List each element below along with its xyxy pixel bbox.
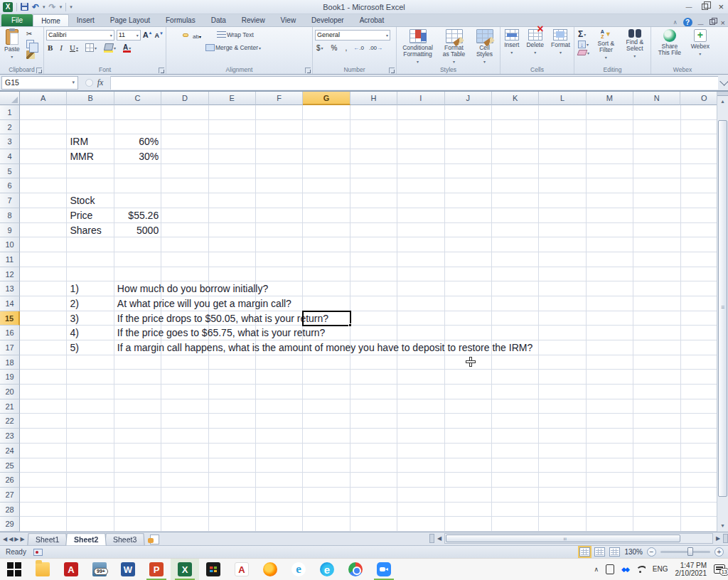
cell-area[interactable]: IRM60%MMR30%StockPrice$55.26Shares50001)… xyxy=(20,105,717,532)
sheet-tab-sheet1[interactable]: Sheet1 xyxy=(27,533,68,545)
language-indicator[interactable]: ENG xyxy=(653,565,668,573)
row-header-22[interactable]: 22 xyxy=(0,414,20,429)
sheet-tab-sheet3[interactable]: Sheet3 xyxy=(105,533,146,545)
copy-button[interactable]: ▾ xyxy=(25,40,38,48)
column-header-E[interactable]: E xyxy=(209,92,256,105)
ribbon-tab-insert[interactable]: Insert xyxy=(69,14,102,26)
row-header-3[interactable]: 3 xyxy=(0,134,20,149)
italic-button[interactable]: I xyxy=(58,43,64,52)
sort-filter-button[interactable]: AZ▼ Sort & Filter▾ xyxy=(594,28,619,65)
cell-B13[interactable]: 1) xyxy=(70,281,78,296)
minimize-ribbon-icon[interactable]: ∧ xyxy=(673,19,678,26)
column-header-J[interactable]: J xyxy=(445,92,492,105)
row-header-28[interactable]: 28 xyxy=(0,503,20,517)
decrease-decimal-button[interactable]: .00→ xyxy=(369,45,382,51)
cell-B3[interactable]: IRM xyxy=(70,134,88,149)
workbook-restore-icon[interactable] xyxy=(710,19,715,25)
row-header-4[interactable]: 4 xyxy=(0,149,20,164)
webex-button[interactable]: + Webex▾ xyxy=(689,28,712,65)
cell-C13[interactable]: How much do you borrow initially? xyxy=(117,281,268,296)
cell-B4[interactable]: MMR xyxy=(70,149,93,164)
page-break-view-icon[interactable] xyxy=(609,547,620,557)
clipboard-dialog-launcher[interactable] xyxy=(36,68,42,73)
align-center-button[interactable] xyxy=(176,46,181,50)
row-header-14[interactable]: 14 xyxy=(0,296,20,311)
format-as-table-button[interactable]: Format as Table▾ xyxy=(439,28,469,66)
row-header-12[interactable]: 12 xyxy=(0,267,20,282)
find-select-button[interactable]: Find & Select▾ xyxy=(621,28,648,65)
font-name-combo[interactable]: Calibri▾ xyxy=(46,30,114,41)
ribbon-tab-page-layout[interactable]: Page Layout xyxy=(102,14,158,26)
number-dialog-launcher[interactable] xyxy=(389,68,395,73)
macro-record-icon[interactable] xyxy=(33,549,43,556)
cell-B14[interactable]: 2) xyxy=(70,296,78,311)
cell-B8[interactable]: Price xyxy=(70,208,92,223)
cell-B15[interactable]: 3) xyxy=(70,311,78,326)
normal-view-icon[interactable] xyxy=(579,547,590,557)
ribbon-tab-formulas[interactable]: Formulas xyxy=(158,14,203,26)
row-header-7[interactable]: 7 xyxy=(0,193,20,208)
row-header-9[interactable]: 9 xyxy=(0,223,20,238)
insert-worksheet-icon[interactable] xyxy=(147,534,163,544)
zoom-slider[interactable] xyxy=(660,551,710,553)
align-bottom-button[interactable] xyxy=(183,33,188,37)
taskbar-internet-explorer-button[interactable]: e xyxy=(284,559,313,580)
comma-style-button[interactable]: , xyxy=(343,44,348,52)
sheet-tab-sheet2[interactable]: Sheet2 xyxy=(65,533,107,545)
font-dialog-launcher[interactable] xyxy=(159,68,164,73)
expand-formula-bar-icon[interactable] xyxy=(719,77,728,86)
column-header-G[interactable]: G xyxy=(303,92,350,105)
increase-font-icon[interactable]: A▲ xyxy=(143,31,153,39)
alignment-dialog-launcher[interactable] xyxy=(305,68,311,73)
row-header-13[interactable]: 13 xyxy=(0,281,20,296)
column-header-K[interactable]: K xyxy=(492,92,539,105)
row-header-11[interactable]: 11 xyxy=(0,252,20,267)
percent-style-button[interactable]: % xyxy=(330,44,339,52)
wifi-icon[interactable] xyxy=(636,566,646,573)
fill-handle[interactable] xyxy=(348,323,352,327)
paste-button[interactable]: Paste ▾ xyxy=(2,28,22,61)
format-cells-button[interactable]: Format▾ xyxy=(549,28,572,65)
taskbar-store-button[interactable] xyxy=(199,559,228,580)
row-header-18[interactable]: 18 xyxy=(0,355,20,370)
align-middle-button[interactable] xyxy=(176,33,181,37)
taskbar-start-button[interactable] xyxy=(0,559,28,580)
scroll-down-icon[interactable]: ▼ xyxy=(717,520,728,532)
taskbar-edge-button[interactable]: e xyxy=(313,559,341,580)
share-this-file-button[interactable]: Share This File xyxy=(653,28,686,65)
notification-center-icon[interactable]: 13 xyxy=(714,564,725,574)
taskbar-zoom-button[interactable] xyxy=(370,559,398,580)
column-header-I[interactable]: I xyxy=(397,92,444,105)
previous-sheet-icon[interactable]: ◀ xyxy=(9,536,13,542)
row-header-24[interactable]: 24 xyxy=(0,444,20,458)
column-header-O[interactable]: O xyxy=(680,92,717,105)
zoom-in-icon[interactable]: + xyxy=(714,547,724,557)
vertical-scroll-thumb[interactable] xyxy=(718,120,727,497)
column-header-A[interactable]: A xyxy=(20,92,67,105)
taskbar-word-button[interactable]: W xyxy=(114,559,142,580)
accounting-format-button[interactable]: $▾ xyxy=(315,44,325,52)
cut-button[interactable]: ✂ xyxy=(25,30,38,38)
scroll-up-icon[interactable]: ▲ xyxy=(717,96,728,107)
minimize-button[interactable] xyxy=(685,1,692,12)
help-icon[interactable]: ? xyxy=(683,18,692,27)
row-header-20[interactable]: 20 xyxy=(0,385,20,399)
zoom-slider-thumb[interactable] xyxy=(687,547,693,556)
taskbar-acrobat-button[interactable]: A xyxy=(57,559,85,580)
cell-C9[interactable]: 5000 xyxy=(114,223,161,238)
increase-indent-button[interactable] xyxy=(197,46,203,50)
column-header-M[interactable]: M xyxy=(587,92,633,105)
cell-B17[interactable]: 5) xyxy=(70,340,78,355)
dropbox-icon[interactable]: ◆◆ xyxy=(621,566,628,573)
column-header-H[interactable]: H xyxy=(350,92,397,105)
row-header-23[interactable]: 23 xyxy=(0,429,20,444)
clear-button[interactable]: ▾ xyxy=(577,50,591,55)
bold-button[interactable]: B xyxy=(46,43,54,52)
taskbar-excel-button[interactable]: X xyxy=(171,559,199,580)
name-box[interactable]: G15▾ xyxy=(1,76,78,90)
clock[interactable]: 1:47 PM 2/10/2021 xyxy=(675,562,707,577)
cell-C3[interactable]: 60% xyxy=(114,134,161,149)
ribbon-tab-developer[interactable]: Developer xyxy=(304,14,352,26)
decrease-indent-button[interactable] xyxy=(190,46,196,50)
taskbar-mail-button[interactable]: 99+ xyxy=(85,559,114,580)
